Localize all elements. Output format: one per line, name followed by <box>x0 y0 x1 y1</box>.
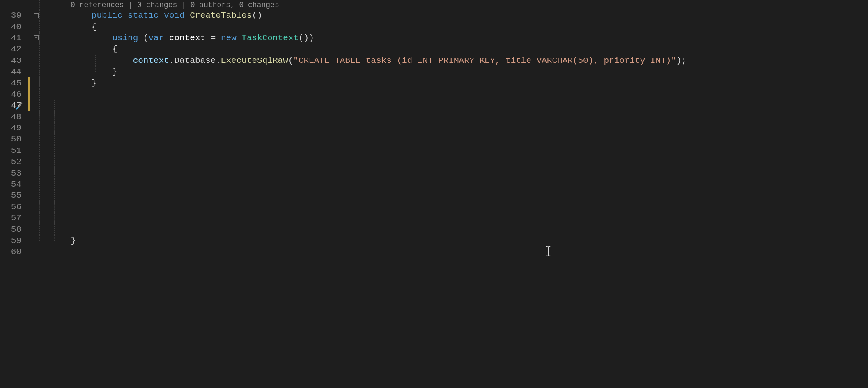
fold-toggle-icon[interactable]: − <box>34 13 39 18</box>
code-line[interactable]: 39 − public static void CreateTables() <box>0 10 868 21</box>
keyword: var <box>148 33 164 43</box>
modification-indicator <box>28 89 30 100</box>
code-line[interactable]: 50 <box>0 134 868 145</box>
line-number: 53 <box>0 169 32 178</box>
modification-indicator <box>28 77 30 88</box>
line-number: 42 <box>0 44 32 54</box>
line-number: 39 <box>0 11 32 20</box>
line-number: 44 <box>0 67 32 76</box>
code-line[interactable]: 49 <box>0 122 868 134</box>
line-number: 41 <box>0 33 32 43</box>
keyword: new <box>221 33 237 43</box>
keyword: void <box>164 11 184 20</box>
keyword: public <box>92 11 123 20</box>
line-number: 52 <box>0 157 32 166</box>
lightbulb-action-icon[interactable] <box>15 102 23 110</box>
code-line[interactable]: 57 <box>0 212 868 224</box>
line-number: 48 <box>0 112 32 122</box>
code-line[interactable]: 54 <box>0 179 868 190</box>
keyword: static <box>128 11 159 20</box>
code-line[interactable]: 42 { <box>0 44 868 55</box>
code-line[interactable]: 55 <box>0 190 868 201</box>
line-number: 58 <box>0 225 32 234</box>
variable: context <box>133 56 169 65</box>
method-name: ExecuteSqlRaw <box>221 56 288 65</box>
code-line[interactable]: 48 <box>0 111 868 122</box>
mouse-text-cursor-icon <box>544 246 552 256</box>
string-literal: "CREATE TABLE tasks (id INT PRIMARY KEY,… <box>293 56 676 65</box>
text-cursor <box>92 101 92 111</box>
type-name: TaskContext <box>241 33 299 43</box>
line-number: 43 <box>0 56 32 65</box>
line-number: 45 <box>0 79 32 88</box>
code-line[interactable]: 51 <box>0 145 868 156</box>
fold-toggle-icon[interactable]: − <box>34 35 39 40</box>
codelens[interactable]: 0 references | 0 changes | 0 authors, 0 … <box>50 0 868 10</box>
code-line[interactable]: 40 { <box>0 21 868 32</box>
line-number: 54 <box>0 180 32 189</box>
code-line[interactable]: 60 <box>0 246 868 257</box>
property: Database <box>174 56 216 65</box>
code-line[interactable]: 46 <box>0 89 868 100</box>
code-line[interactable]: 58 <box>0 224 868 235</box>
line-number: 59 <box>0 236 32 245</box>
variable: context <box>169 33 205 43</box>
line-number: 46 <box>0 90 32 99</box>
code-editor[interactable]: 0 references | 0 changes | 0 authors, 0 … <box>0 0 868 388</box>
line-number: 40 <box>0 22 32 32</box>
line-number: 49 <box>0 123 32 133</box>
line-number: 50 <box>0 134 32 144</box>
line-number: 56 <box>0 202 32 212</box>
code-line[interactable]: 43 context.Database.ExecuteSqlRaw("CREAT… <box>0 55 868 66</box>
modification-indicator <box>28 100 30 111</box>
line-number: 51 <box>0 146 32 155</box>
code-line[interactable]: 45 } <box>0 77 868 88</box>
code-line[interactable]: 52 <box>0 156 868 167</box>
line-number: 55 <box>0 191 32 200</box>
keyword: using <box>112 33 138 43</box>
code-line[interactable]: 53 <box>0 167 868 178</box>
code-line[interactable]: 44 } <box>0 66 868 77</box>
method-name: CreateTables <box>190 11 252 20</box>
code-line[interactable]: 41 − using (var context = new TaskContex… <box>0 32 868 44</box>
code-line[interactable]: 59 } <box>0 235 868 246</box>
line-number: 60 <box>0 247 32 256</box>
line-number: 57 <box>0 213 32 223</box>
code-line-active[interactable]: 47 <box>0 100 868 111</box>
code-line[interactable]: 56 <box>0 201 868 212</box>
